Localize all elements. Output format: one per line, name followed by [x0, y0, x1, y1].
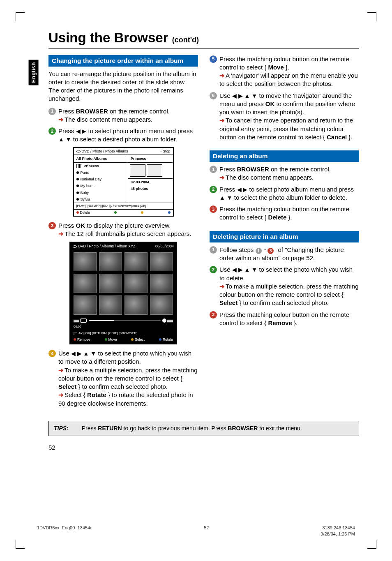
delete-picture-step-2: Use ◀ ▶ ▲ ▼ to select the photo which yo… [219, 265, 359, 307]
timeline-bar [89, 320, 161, 321]
left-right-arrows-icon: ◀ ▶ [237, 186, 248, 193]
shot2-action-move: Move [105, 337, 117, 342]
step-bullet-1: 1 [210, 166, 217, 173]
tape-icon [80, 319, 87, 323]
shot1-left-header: All Photo Albums [74, 155, 128, 163]
thumbnail-placeholder [130, 164, 145, 177]
step-bullet-3: 3 [48, 222, 56, 229]
step-bullet-5: 5 [210, 55, 217, 63]
shot1-photo-count: 48 photos [128, 185, 173, 192]
shot1-album-item: Princess [74, 163, 128, 169]
step-4-text: Use ◀ ▶ ▲ ▼ to select the photo which yo… [58, 349, 198, 408]
title-rule [48, 48, 359, 48]
thumbnail-placeholder [147, 164, 162, 177]
crop-mark [367, 12, 376, 21]
step-2-text: Press ◀ ▶ to select photo album menu and… [58, 127, 198, 144]
section-heading-change-order: Changing the picture order within an alb… [48, 55, 198, 67]
step-3-text: Press OK to display the picture overview… [58, 222, 198, 238]
step-bullet-1: 1 [48, 108, 56, 115]
shot2-action-select: Select [131, 337, 145, 342]
footer: 1DVDR6xx_Eng00_13454c 52 3139 246 13454 … [37, 525, 355, 537]
result-arrow-icon: ➜ [219, 283, 225, 290]
thumbnail [125, 296, 148, 315]
step-bullet-3: 3 [210, 311, 217, 319]
delete-album-step-1: Press BROWSER on the remote control. ➜Th… [219, 165, 359, 182]
thumbnail [99, 296, 122, 315]
result-arrow-icon: ➜ [58, 391, 64, 398]
thumbnail [74, 296, 97, 315]
thumbnail [99, 274, 122, 293]
result-arrow-icon: ➜ [219, 72, 225, 79]
step-bullet-6: 6 [210, 92, 217, 99]
film-roll-icon [76, 164, 82, 168]
up-down-arrows-icon: ▲ ▼ [219, 194, 233, 201]
tips-label: TIPS: [54, 425, 69, 432]
crop-mark [16, 12, 25, 21]
crop-mark [367, 540, 376, 549]
step-6-text: Use ◀ ▶ ▲ ▼ to move the 'navigator' arou… [219, 92, 359, 142]
footer-center: 52 [204, 525, 209, 537]
step-bullet-2: 2 [48, 127, 56, 135]
inline-bullet-1: 1 [256, 248, 262, 254]
thumbnail [99, 252, 122, 272]
up-down-arrows-icon: ▲ ▼ [58, 136, 71, 143]
step-1-text: Press BROWSER on the remote control. ➜Th… [58, 107, 198, 124]
delete-album-step-3: Press the matching colour button on the … [219, 205, 359, 222]
thumbnail [150, 274, 173, 293]
shot1-album-item: Sylvia [74, 196, 128, 203]
delete-picture-step-1: Follow steps 1~3 of "Changing the pictur… [219, 246, 359, 263]
shot1-album-item: Paris [74, 169, 128, 176]
shot2-help-bar: [PLAY] [OK] [RETURN] [EDIT] [BROWSER] [70, 330, 176, 337]
shot2-action-remove: Remove [74, 337, 90, 342]
shot1-album-item: My home [74, 182, 128, 189]
shot1-right-header: Princess [128, 155, 173, 163]
tips-box: TIPS: Press RETURN to go back to previou… [48, 421, 359, 436]
thumbnail [74, 252, 97, 272]
section-heading-delete-picture: Deleting picture in an album [210, 231, 359, 242]
shot2-timecode: 00:00 [74, 325, 81, 329]
footer-left: 1DVDR6xx_Eng00_13454c [37, 525, 92, 537]
shot2-breadcrumb: DVD / Photo / Albums / Album XYZ [73, 244, 136, 249]
shot2-date: 06/06/2004 [155, 244, 174, 249]
all-arrows-icon: ◀ ▶ ▲ ▼ [71, 350, 96, 357]
all-arrows-icon: ◀ ▶ ▲ ▼ [232, 92, 257, 99]
album-list-screenshot: DVD / Photo / Photo Albums ▫ Stop All Ph… [73, 147, 174, 217]
shot2-action-rotate: Rotate [159, 337, 173, 342]
page-title: Using the Browser (cont'd) [48, 29, 359, 47]
result-arrow-icon: ➜ [58, 230, 64, 237]
section-heading-delete-album: Deleting an album [210, 150, 359, 162]
shot1-album-item: National Day [74, 176, 128, 182]
step-bullet-2: 2 [210, 266, 217, 273]
delete-album-step-2: Press ◀ ▶ to select photo album menu and… [219, 185, 359, 202]
thumbnail [74, 274, 97, 293]
shot1-stop: ▫ Stop [160, 149, 170, 154]
language-tab: English [29, 60, 39, 85]
inline-bullet-3: 3 [267, 248, 274, 254]
crop-mark [16, 540, 25, 549]
shot1-help-bar: [PLAY] [RETURN] [EDIT]. For overview pre… [74, 203, 173, 209]
all-arrows-icon: ◀ ▶ ▲ ▼ [232, 266, 257, 273]
step-bullet-4: 4 [48, 350, 56, 357]
shot1-album-item: Baby [74, 189, 128, 196]
shot1-date: 02.03.2004 [128, 178, 173, 185]
result-arrow-icon: ➜ [219, 174, 225, 181]
title-contd: (cont'd) [172, 36, 199, 44]
step-bullet-2: 2 [210, 186, 217, 193]
page-number: 52 [48, 443, 359, 452]
thumbnail [125, 252, 148, 272]
thumbnail-grid-screenshot: DVD / Photo / Albums / Album XYZ 06/06/2… [69, 242, 177, 345]
step-5-text: Press the matching colour button on the … [219, 55, 359, 88]
intro-text: You can re-arrange the picture position … [48, 70, 198, 103]
left-right-arrows-icon: ◀ ▶ [76, 128, 87, 134]
thumbnail [150, 252, 173, 272]
film-icon [167, 318, 173, 323]
footer-right: 3139 246 13454 9/28/04, 1:26 PM [321, 525, 355, 537]
thumbnail [125, 274, 148, 293]
step-bullet-1: 1 [210, 246, 217, 254]
result-arrow-icon: ➜ [58, 367, 64, 374]
delete-picture-step-3: Press the matching colour button on the … [219, 311, 359, 328]
step-bullet-3: 3 [210, 205, 217, 213]
film-icon [74, 318, 79, 323]
thumbnail [150, 296, 173, 315]
result-arrow-icon: ➜ [58, 116, 64, 123]
